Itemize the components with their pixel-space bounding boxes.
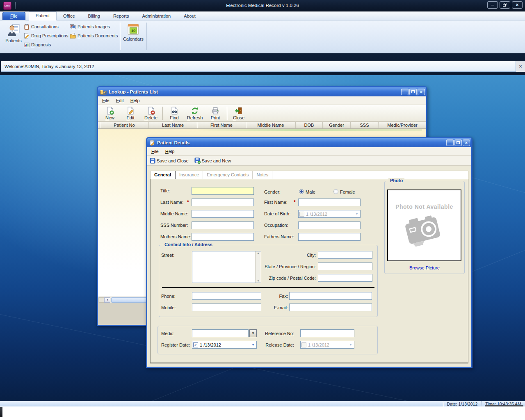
state-province-input[interactable] xyxy=(318,262,372,270)
consultations-button[interactable]: Consultations xyxy=(24,23,59,30)
column-header-patient-no[interactable]: Patient No xyxy=(100,122,149,128)
restore-icon xyxy=(411,90,415,94)
scroll-left-button[interactable]: ◄ xyxy=(104,297,110,303)
lookup-restore-button[interactable] xyxy=(409,89,417,95)
details-window-controls: ─ × xyxy=(446,139,470,146)
column-header-medic-provider[interactable]: Medic/Provider xyxy=(379,122,426,128)
desktop: Lookup - Patients List ─ × File Edit Hel… xyxy=(0,75,525,401)
diagnosis-button[interactable]: Diagnosis xyxy=(24,41,51,48)
lookup-titlebar[interactable]: Lookup - Patients List ─ × xyxy=(98,87,426,96)
new-button[interactable]: New xyxy=(100,105,120,121)
print-button[interactable]: Print xyxy=(205,105,226,121)
tab-office[interactable]: Office xyxy=(57,12,82,20)
release-date-label: Release Date: xyxy=(248,342,294,347)
welcome-close-button[interactable]: × xyxy=(516,61,525,72)
app-statusbar: Date: 1/13/2012 Time: 10:43:35 AM xyxy=(0,401,525,406)
zip-code-input[interactable] xyxy=(318,274,372,282)
drug-prescriptions-button[interactable]: Drug Prescriptions xyxy=(24,32,68,39)
tab-reports[interactable]: Reports xyxy=(107,12,136,20)
column-header-gender[interactable]: Gender xyxy=(323,122,351,128)
gender-male-label[interactable]: Male xyxy=(306,189,315,194)
patients-button[interactable]: Patients xyxy=(2,23,25,43)
print-label: Print xyxy=(211,115,220,120)
release-date-dropdown-icon[interactable]: ▼ xyxy=(348,343,353,346)
fathers-name-input[interactable] xyxy=(298,233,361,241)
mothers-name-input[interactable] xyxy=(192,233,254,241)
medic-label: Medic: xyxy=(161,331,174,336)
browse-picture-link[interactable]: Browse Picture xyxy=(385,265,464,270)
mothers-name-label: Mothers Name: xyxy=(160,234,191,239)
release-date-field[interactable]: 1 /13/2012 ▼ xyxy=(300,341,354,349)
close-list-button[interactable]: Close xyxy=(228,105,249,121)
patients-documents-label: Patients Documents xyxy=(78,33,118,38)
patients-documents-button[interactable]: Patients Documents xyxy=(70,32,118,39)
email-input[interactable] xyxy=(289,304,372,311)
column-header-last-name[interactable]: Last Name xyxy=(149,122,197,128)
gender-male-radio[interactable] xyxy=(299,189,304,194)
fax-label: Fax: xyxy=(247,294,288,299)
street-text[interactable] xyxy=(192,251,255,283)
refresh-button[interactable]: Refresh xyxy=(185,105,205,121)
gender-female-radio[interactable] xyxy=(333,189,338,194)
photo-not-available-text: Photo Not Available xyxy=(395,203,453,210)
first-name-input[interactable] xyxy=(298,199,361,206)
details-titlebar[interactable]: Patient Details ─ × xyxy=(147,138,471,147)
lookup-minimize-button[interactable]: ─ xyxy=(401,89,409,95)
details-title: Patient Details xyxy=(157,140,446,145)
email-label: E-mail: xyxy=(247,305,288,310)
calendars-button[interactable]: 10 Calendars xyxy=(121,23,145,41)
tab-administration[interactable]: Administration xyxy=(135,12,177,20)
tab-general[interactable]: General xyxy=(151,171,176,179)
save-and-new-button[interactable]: Save and New xyxy=(194,158,231,164)
mobile-label: Mobile: xyxy=(161,305,176,310)
column-header-first-name[interactable]: First Name xyxy=(197,122,246,128)
lookup-close-button[interactable]: × xyxy=(418,89,425,95)
medic-input[interactable] xyxy=(192,329,249,337)
tab-billing[interactable]: Billing xyxy=(82,12,107,20)
details-minimize-button[interactable]: ─ xyxy=(446,139,454,146)
column-header-middle-name[interactable]: Middle Name xyxy=(246,122,296,128)
fax-input[interactable] xyxy=(289,292,372,300)
details-menu-file[interactable]: File xyxy=(148,148,162,155)
date-of-birth-field[interactable]: 1 /13/2012 ▼ xyxy=(298,210,361,218)
app-restore-button[interactable] xyxy=(500,1,510,9)
city-input[interactable] xyxy=(318,251,372,259)
gender-female-label[interactable]: Female xyxy=(340,189,355,194)
last-name-input[interactable] xyxy=(192,199,254,206)
release-date-checkbox[interactable] xyxy=(301,342,306,347)
details-close-button[interactable]: × xyxy=(463,139,470,146)
middle-name-input[interactable] xyxy=(192,210,254,218)
register-date-field[interactable]: ✔ 1 /13/2012 ▼ xyxy=(192,341,257,349)
lookup-menu-file[interactable]: File xyxy=(99,97,113,104)
title-input[interactable] xyxy=(192,187,254,195)
tab-file[interactable]: File xyxy=(2,12,25,20)
delete-button[interactable]: Delete xyxy=(141,105,161,121)
lookup-menu-help[interactable]: Help xyxy=(127,97,143,104)
column-header-dob[interactable]: DOB xyxy=(296,122,323,128)
app-close-button[interactable]: × xyxy=(512,1,523,9)
first-name-label: First Name: xyxy=(264,200,288,205)
patients-images-button[interactable]: Patients Images xyxy=(70,23,110,30)
column-header-sss[interactable]: SSS xyxy=(351,122,379,128)
tab-emergency-contacts[interactable]: Emergency Contacts xyxy=(203,171,253,179)
save-and-close-button[interactable]: Save and Close xyxy=(150,158,189,164)
tab-about[interactable]: About xyxy=(177,12,202,20)
edit-label: Edit xyxy=(127,115,135,120)
tab-notes[interactable]: Notes xyxy=(253,171,272,179)
details-menu-help[interactable]: Help xyxy=(162,148,178,155)
patients-images-label: Patients Images xyxy=(78,24,110,29)
dob-dropdown-icon[interactable]: ▼ xyxy=(354,212,359,215)
restore-icon xyxy=(457,141,460,144)
lookup-menu-edit[interactable]: Edit xyxy=(113,97,127,104)
app-minimize-button[interactable]: ─ xyxy=(487,1,498,9)
tab-patient[interactable]: Patient xyxy=(29,11,57,21)
occupation-input[interactable] xyxy=(298,221,361,229)
tab-insurance[interactable]: Insurance xyxy=(176,171,203,179)
edit-button[interactable]: Edit xyxy=(120,105,141,121)
sss-number-input[interactable] xyxy=(192,221,254,229)
find-button[interactable]: Find xyxy=(164,105,185,121)
register-date-checkbox[interactable]: ✔ xyxy=(193,342,198,347)
reference-no-input[interactable] xyxy=(300,329,354,337)
dob-checkbox[interactable] xyxy=(299,212,304,217)
details-restore-button[interactable] xyxy=(454,139,462,146)
